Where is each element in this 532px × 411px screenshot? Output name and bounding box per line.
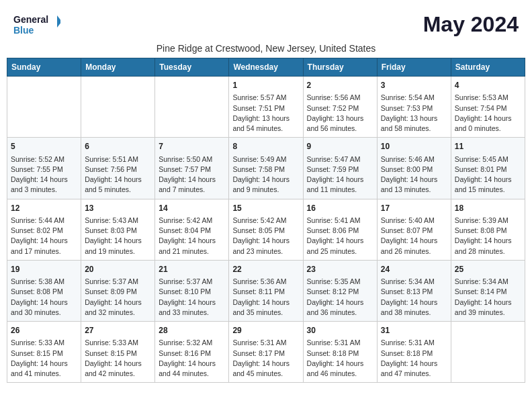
week-row-3: 12Sunrise: 5:44 AM Sunset: 8:02 PM Dayli… — [7, 199, 525, 260]
calendar-cell: 1Sunrise: 5:57 AM Sunset: 7:51 PM Daylig… — [229, 77, 303, 138]
day-number: 31 — [381, 325, 447, 336]
day-details: Sunrise: 5:36 AM Sunset: 8:11 PM Dayligh… — [232, 277, 299, 318]
calendar-cell: 10Sunrise: 5:46 AM Sunset: 8:00 PM Dayli… — [377, 138, 451, 199]
day-details: Sunrise: 5:34 AM Sunset: 8:14 PM Dayligh… — [455, 277, 521, 318]
day-details: Sunrise: 5:32 AM Sunset: 8:16 PM Dayligh… — [159, 338, 225, 379]
svg-text:General: General — [13, 14, 48, 25]
day-number: 28 — [159, 325, 225, 336]
weekday-header-saturday: Saturday — [451, 58, 525, 77]
day-number: 18 — [455, 203, 521, 214]
calendar-cell: 11Sunrise: 5:45 AM Sunset: 8:01 PM Dayli… — [451, 138, 525, 199]
day-details: Sunrise: 5:33 AM Sunset: 8:15 PM Dayligh… — [11, 338, 77, 379]
calendar-cell: 30Sunrise: 5:31 AM Sunset: 8:18 PM Dayli… — [303, 322, 377, 383]
calendar-cell: 9Sunrise: 5:47 AM Sunset: 7:59 PM Daylig… — [303, 138, 377, 199]
day-details: Sunrise: 5:37 AM Sunset: 8:10 PM Dayligh… — [159, 277, 225, 318]
day-details: Sunrise: 5:40 AM Sunset: 8:07 PM Dayligh… — [381, 216, 447, 257]
day-details: Sunrise: 5:41 AM Sunset: 8:06 PM Dayligh… — [307, 216, 373, 257]
logo: General Blue — [13, 12, 60, 39]
calendar-cell: 21Sunrise: 5:37 AM Sunset: 8:10 PM Dayli… — [155, 260, 229, 321]
calendar-cell — [155, 77, 229, 138]
day-details: Sunrise: 5:47 AM Sunset: 7:59 PM Dayligh… — [307, 154, 373, 195]
calendar-cell: 5Sunrise: 5:52 AM Sunset: 7:55 PM Daylig… — [7, 138, 81, 199]
day-details: Sunrise: 5:35 AM Sunset: 8:12 PM Dayligh… — [307, 277, 373, 318]
day-number: 21 — [159, 264, 225, 275]
weekday-header-monday: Monday — [81, 58, 155, 77]
day-details: Sunrise: 5:54 AM Sunset: 7:53 PM Dayligh… — [381, 93, 447, 134]
day-number: 4 — [455, 80, 521, 91]
week-row-1: 1Sunrise: 5:57 AM Sunset: 7:51 PM Daylig… — [7, 77, 525, 138]
day-details: Sunrise: 5:52 AM Sunset: 7:55 PM Dayligh… — [11, 154, 77, 195]
day-details: Sunrise: 5:34 AM Sunset: 8:13 PM Dayligh… — [381, 277, 447, 318]
weekday-header-friday: Friday — [377, 58, 451, 77]
weekday-header-sunday: Sunday — [7, 58, 81, 77]
day-details: Sunrise: 5:44 AM Sunset: 8:02 PM Dayligh… — [11, 216, 77, 257]
calendar-cell: 31Sunrise: 5:31 AM Sunset: 8:18 PM Dayli… — [377, 322, 451, 383]
week-row-2: 5Sunrise: 5:52 AM Sunset: 7:55 PM Daylig… — [7, 138, 525, 199]
calendar-cell: 13Sunrise: 5:43 AM Sunset: 8:03 PM Dayli… — [81, 199, 155, 260]
day-details: Sunrise: 5:56 AM Sunset: 7:52 PM Dayligh… — [307, 93, 373, 134]
calendar-cell: 28Sunrise: 5:32 AM Sunset: 8:16 PM Dayli… — [155, 322, 229, 383]
day-details: Sunrise: 5:46 AM Sunset: 8:00 PM Dayligh… — [381, 154, 447, 195]
day-number: 1 — [232, 80, 299, 91]
weekday-header-thursday: Thursday — [303, 58, 377, 77]
day-number: 2 — [307, 80, 373, 91]
day-number: 10 — [381, 141, 447, 152]
week-row-5: 26Sunrise: 5:33 AM Sunset: 8:15 PM Dayli… — [7, 322, 525, 383]
day-details: Sunrise: 5:33 AM Sunset: 8:15 PM Dayligh… — [85, 338, 151, 379]
calendar-cell — [7, 77, 81, 138]
day-number: 5 — [11, 141, 77, 152]
day-details: Sunrise: 5:31 AM Sunset: 8:18 PM Dayligh… — [381, 338, 447, 379]
calendar-cell: 29Sunrise: 5:31 AM Sunset: 8:17 PM Dayli… — [229, 322, 303, 383]
calendar-cell: 16Sunrise: 5:41 AM Sunset: 8:06 PM Dayli… — [303, 199, 377, 260]
day-details: Sunrise: 5:38 AM Sunset: 8:08 PM Dayligh… — [11, 277, 77, 318]
calendar-cell: 26Sunrise: 5:33 AM Sunset: 8:15 PM Dayli… — [7, 322, 81, 383]
calendar-cell: 2Sunrise: 5:56 AM Sunset: 7:52 PM Daylig… — [303, 77, 377, 138]
day-number: 16 — [307, 203, 373, 214]
calendar-table: SundayMondayTuesdayWednesdayThursdayFrid… — [7, 58, 525, 383]
day-number: 15 — [232, 203, 299, 214]
day-details: Sunrise: 5:51 AM Sunset: 7:56 PM Dayligh… — [85, 154, 151, 195]
day-number: 6 — [85, 141, 151, 152]
calendar-cell — [451, 322, 525, 383]
calendar-cell: 14Sunrise: 5:42 AM Sunset: 8:04 PM Dayli… — [155, 199, 229, 260]
day-number: 22 — [232, 264, 299, 275]
calendar-cell: 12Sunrise: 5:44 AM Sunset: 8:02 PM Dayli… — [7, 199, 81, 260]
calendar-cell: 15Sunrise: 5:42 AM Sunset: 8:05 PM Dayli… — [229, 199, 303, 260]
day-details: Sunrise: 5:31 AM Sunset: 8:18 PM Dayligh… — [307, 338, 373, 379]
subtitle: Pine Ridge at Crestwood, New Jersey, Uni… — [7, 43, 525, 54]
day-number: 13 — [85, 203, 151, 214]
day-number: 8 — [232, 141, 299, 152]
weekday-header-wednesday: Wednesday — [229, 58, 303, 77]
day-number: 3 — [381, 80, 447, 91]
calendar-cell: 22Sunrise: 5:36 AM Sunset: 8:11 PM Dayli… — [229, 260, 303, 321]
day-number: 26 — [11, 325, 77, 336]
day-details: Sunrise: 5:49 AM Sunset: 7:58 PM Dayligh… — [232, 154, 299, 195]
calendar-cell: 7Sunrise: 5:50 AM Sunset: 7:57 PM Daylig… — [155, 138, 229, 199]
day-number: 11 — [455, 141, 521, 152]
calendar-cell: 20Sunrise: 5:37 AM Sunset: 8:09 PM Dayli… — [81, 260, 155, 321]
day-number: 12 — [11, 203, 77, 214]
day-details: Sunrise: 5:42 AM Sunset: 8:04 PM Dayligh… — [159, 216, 225, 257]
day-number: 19 — [11, 264, 77, 275]
svg-marker-2 — [57, 15, 60, 28]
day-number: 9 — [307, 141, 373, 152]
day-number: 24 — [381, 264, 447, 275]
day-number: 7 — [159, 141, 225, 152]
calendar-cell: 17Sunrise: 5:40 AM Sunset: 8:07 PM Dayli… — [377, 199, 451, 260]
day-number: 23 — [307, 264, 373, 275]
day-details: Sunrise: 5:57 AM Sunset: 7:51 PM Dayligh… — [232, 93, 299, 134]
day-details: Sunrise: 5:31 AM Sunset: 8:17 PM Dayligh… — [232, 338, 299, 379]
calendar-cell: 3Sunrise: 5:54 AM Sunset: 7:53 PM Daylig… — [377, 77, 451, 138]
calendar-cell: 27Sunrise: 5:33 AM Sunset: 8:15 PM Dayli… — [81, 322, 155, 383]
svg-text:Blue: Blue — [13, 25, 34, 36]
logo-svg: General Blue — [13, 12, 60, 39]
day-details: Sunrise: 5:45 AM Sunset: 8:01 PM Dayligh… — [455, 154, 521, 195]
day-details: Sunrise: 5:39 AM Sunset: 8:08 PM Dayligh… — [455, 216, 521, 257]
day-number: 30 — [307, 325, 373, 336]
day-number: 17 — [381, 203, 447, 214]
calendar-cell: 18Sunrise: 5:39 AM Sunset: 8:08 PM Dayli… — [451, 199, 525, 260]
calendar-cell: 6Sunrise: 5:51 AM Sunset: 7:56 PM Daylig… — [81, 138, 155, 199]
day-number: 20 — [85, 264, 151, 275]
week-row-4: 19Sunrise: 5:38 AM Sunset: 8:08 PM Dayli… — [7, 260, 525, 321]
day-number: 27 — [85, 325, 151, 336]
